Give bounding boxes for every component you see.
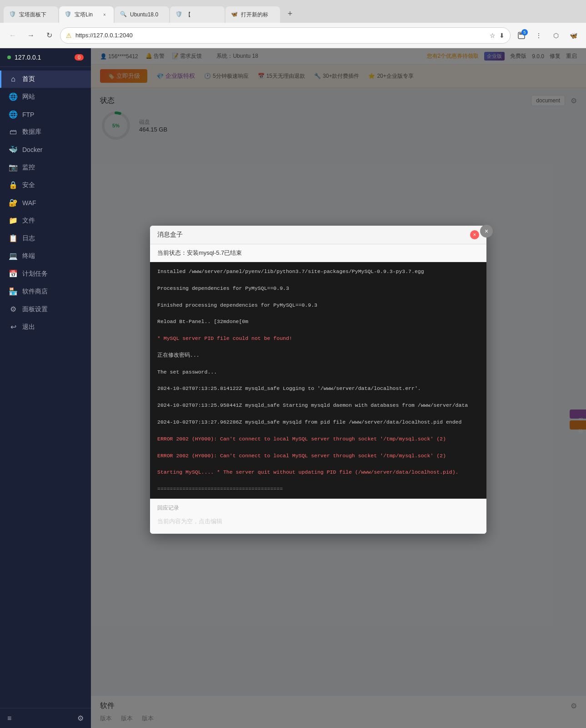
database-icon: 🗃 [9,128,18,136]
server-ip: 127.0.0.1 [15,54,41,61]
docker-icon: 🐳 [9,145,18,154]
tab-favicon-3: 🔍 [120,11,127,18]
tab-count-badge: 5 [521,29,528,35]
input-label: 回应记录 [157,504,479,512]
sidebar-menu-button[interactable]: ≡ [7,714,11,723]
terminal-line-9: 2024-10-02T07:13:25.958441Z mysqld_safe … [157,401,479,410]
bookmark-icon[interactable]: ☆ [490,32,496,39]
page-content: 👤 156****5412 🔔 告警 📝 需求反馈 系统：Ubuntu 18 您… [91,48,586,728]
sidebar-item-label-settings: 面板设置 [22,305,48,313]
sidebar-item-label-database: 数据库 [22,128,41,136]
tasks-icon: 📅 [9,269,18,278]
message-box-close-button[interactable]: × [470,230,479,239]
menu-button[interactable]: ⋮ [531,28,546,43]
website-icon: 🌐 [9,92,18,101]
terminal-line-13: Starting MySQL.... * The server quit wit… [157,468,479,476]
tab-close-2[interactable]: × [101,11,108,18]
sidebar-item-terminal[interactable]: 💻 终端 [0,247,91,265]
sidebar: 127.0.0.1 0 ⌂ 首页 🌐 网站 🌐 FTP 🗃 数据库 🐳 [0,48,91,728]
sidebar-settings-button[interactable]: ⚙ [77,714,84,723]
sidebar-item-waf[interactable]: 🔐 WAF [0,194,91,212]
tab-label-4: 【 [185,11,219,19]
sidebar-item-label-home: 首页 [22,75,35,83]
settings-icon: ⚙ [9,305,18,313]
waf-icon: 🔐 [9,198,18,207]
terminal-line-3: Finished processing dependencies for PyM… [157,301,479,309]
sidebar-item-home[interactable]: ⌂ 首页 [0,71,91,88]
tab-1[interactable]: 🛡️ 宝塔面板下 [4,6,58,23]
security-warning-icon: ⚠ [66,32,72,39]
sidebar-item-label-monitor: 监控 [22,163,35,172]
status-text: 当前状态：安装mysql-5.7已结束 [157,249,242,256]
browser-chrome: 🛡️ 宝塔面板下 🛡️ 宝塔Lin × 🔍 Ubuntu18.0 🛡️ 【 🦋 … [0,0,586,48]
terminal-line-1: Installed /www/server/panel/pyenv/lib/py… [157,268,479,276]
terminal-line-6: 正在修改密码... [157,351,479,359]
sidebar-item-database[interactable]: 🗃 数据库 [0,123,91,141]
ftp-icon: 🌐 [9,110,18,119]
tab-2[interactable]: 🛡️ 宝塔Lin × [59,6,114,23]
sidebar-item-website[interactable]: 🌐 网站 [0,88,91,106]
message-box-status: 当前状态：安装mysql-5.7已结束 [150,244,486,262]
appstore-icon: 🏪 [9,287,18,296]
tab-favicon-5: 🦋 [231,11,238,18]
message-box-title: 消息盒子 [157,231,183,239]
sidebar-item-logs[interactable]: 📋 日志 [0,229,91,247]
sidebar-item-docker[interactable]: 🐳 Docker [0,141,91,158]
terminal-icon: 💻 [9,252,18,260]
tab-3[interactable]: 🔍 Ubuntu18.0 [115,6,169,23]
sidebar-item-label-logs: 日志 [22,234,35,243]
sidebar-item-label-files: 文件 [22,217,35,225]
terminal-line-11: ERROR 2002 (HY000): Can't connect to loc… [157,435,479,443]
back-button[interactable]: ← [5,28,20,43]
terminal-line-2: Processing dependencies for PyMySQL==0.9… [157,284,479,293]
logout-icon: ↩ [9,323,18,331]
extension-icon[interactable]: ⬡ [549,28,563,43]
tab-label-3: Ubuntu18.0 [130,11,164,18]
browser-tools: 5 ⋮ ⬡ 🦋 [514,28,581,43]
download-icon[interactable]: ⬇ [499,32,505,39]
sidebar-item-label-logout: 退出 [22,323,35,331]
sidebar-nav: ⌂ 首页 🌐 网站 🌐 FTP 🗃 数据库 🐳 Docker 📷 监控 [0,67,91,708]
url-text: https://127.0.0.1:2040 [75,32,486,39]
terminal-line-4: Reload Bt-Panel.. [32mdone[0m [157,318,479,326]
sidebar-item-label-waf: WAF [22,199,36,207]
forward-button[interactable]: → [24,28,38,43]
terminal-line-12: ERROR 2002 (HY000): Can't connect to loc… [157,452,479,460]
message-box: 消息盒子 × 当前状态：安装mysql-5.7已结束 Installed /ww… [150,226,486,534]
sidebar-item-ftp[interactable]: 🌐 FTP [0,106,91,123]
new-tab-button[interactable]: + [283,6,297,21]
input-field[interactable]: 当前内容为空，点击编辑 [157,515,479,528]
tab-label-5: 打开新的标 [241,11,275,19]
tab-label-1: 宝塔面板下 [19,11,53,19]
input-area: 回应记录 当前内容为空，点击编辑 [150,499,486,534]
sidebar-item-tasks[interactable]: 📅 计划任务 [0,265,91,283]
notification-badge[interactable]: 0 [75,54,84,61]
main-area: 127.0.0.1 0 ⌂ 首页 🌐 网站 🌐 FTP 🗃 数据库 🐳 [0,48,586,728]
sidebar-item-settings[interactable]: ⚙ 面板设置 [0,300,91,318]
sidebar-item-label-security: 安全 [22,181,35,189]
modal-close-right-button[interactable]: × [480,225,493,238]
tab-5[interactable]: 🦋 打开新的标 [225,6,280,23]
tab-4[interactable]: 🛡️ 【 [170,6,225,23]
terminal-line-14: ======================================== [157,485,479,493]
tab-bar: 🛡️ 宝塔面板下 🛡️ 宝塔Lin × 🔍 Ubuntu18.0 🛡️ 【 🦋 … [0,0,586,23]
logs-icon: 📋 [9,234,18,243]
tab-count-button[interactable]: 5 [514,28,529,43]
butterfly-icon[interactable]: 🦋 [566,28,581,43]
terminal-line-8: 2024-10-02T07:13:25.814122Z mysqld_safe … [157,384,479,393]
sidebar-item-files[interactable]: 📁 文件 [0,212,91,229]
message-box-header: 消息盒子 × [150,226,486,244]
terminal-line-5: * MySQL server PID file could not be fou… [157,334,479,343]
tab-favicon-1: 🛡️ [9,11,16,18]
sidebar-item-label-tasks: 计划任务 [22,270,48,278]
sidebar-item-security[interactable]: 🔒 安全 [0,176,91,194]
sidebar-item-appstore[interactable]: 🏪 软件商店 [0,283,91,300]
sidebar-item-monitor[interactable]: 📷 监控 [0,158,91,176]
sidebar-item-label-website: 网站 [22,93,35,101]
terminal-line-10: 2024-10-02T07:13:27.962286Z mysqld_safe … [157,418,479,426]
sidebar-item-logout[interactable]: ↩ 退出 [0,318,91,336]
files-icon: 📁 [9,216,18,225]
url-bar[interactable]: ⚠ https://127.0.0.1:2040 ☆ ⬇ [60,27,511,44]
sidebar-item-label-docker: Docker [22,146,42,153]
refresh-button[interactable]: ↻ [42,28,56,43]
